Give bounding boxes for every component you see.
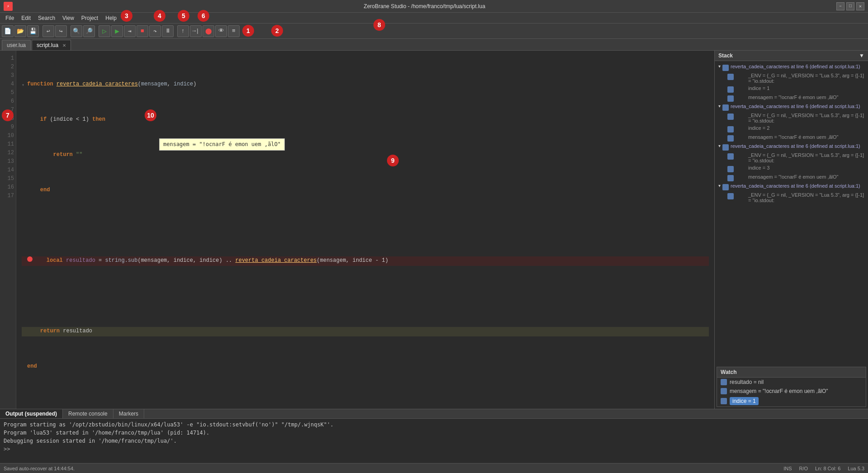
annotation-6: 6	[198, 10, 209, 22]
code-content[interactable]: ▾ function reverta_cadeia_caracteres(men…	[16, 51, 714, 409]
output-tab-remote[interactable]: Remote console	[63, 409, 113, 418]
find-button[interactable]: 🔍	[71, 25, 82, 37]
watch-panel-header: Watch	[717, 367, 866, 378]
stack-expand-4[interactable]: ▾	[718, 183, 721, 188]
status-message: Saved auto-recover at 14:44:54.	[4, 466, 75, 471]
run-debug-button[interactable]: ▶	[111, 25, 123, 37]
stack-expand-2[interactable]: ▾	[718, 104, 721, 109]
breakpoint-button[interactable]: ⬤	[203, 25, 214, 37]
redo-button[interactable]: ↪	[55, 25, 67, 37]
annotation-9-floating: 9	[387, 155, 399, 166]
stack-sub-item: mensagem = "!ocnarF é emon uem ,ãlO"	[717, 133, 866, 142]
output-tabs: Output (suspended) Remote console Marker…	[0, 409, 868, 419]
output-line-1: Program starting as '/opt/zbstudio/bin/l…	[4, 421, 864, 429]
code-line-9: end	[22, 362, 709, 372]
annotation-2: 2	[271, 25, 283, 37]
window-title: ZeroBrane Studio - /home/franco/tmp/lua/…	[13, 3, 836, 9]
stack-sub-item: _ENV = {_G = nil, _VERSION = "Lua 5.3", …	[717, 72, 866, 85]
step-over-button[interactable]: ↷	[149, 25, 161, 37]
maximize-button[interactable]: □	[846, 2, 854, 10]
status-version: Lua 5.3	[848, 466, 864, 471]
code-line-10	[22, 397, 709, 407]
stack-icon	[722, 184, 729, 190]
window-controls: – □ ✕	[836, 2, 864, 10]
stack-sub-item: _ENV = {_G = nil, _VERSION = "Lua 5.3", …	[717, 112, 866, 124]
stack-sub-item: indice = 1	[717, 85, 866, 94]
stack-item: ▾ reverta_cadeia_caracteres at line 6 (d…	[717, 103, 866, 112]
stack-sub-item: _ENV = {_G = nil, _VERSION = "Lua 5.3", …	[717, 151, 866, 164]
output-prompt[interactable]: >>	[4, 445, 864, 453]
stack-expand-1[interactable]: ▾	[718, 64, 721, 69]
watch-icon	[721, 398, 727, 404]
code-line-5	[22, 221, 709, 231]
stack-sub-item: _ENV = {_G = nil, _VERSION = "Lua 5.3", …	[717, 191, 866, 204]
annotation-8: 8	[373, 19, 385, 31]
new-button[interactable]: 📄	[2, 25, 14, 37]
fold-icon-1[interactable]: ▾	[22, 81, 27, 90]
stack-icon	[727, 74, 734, 80]
output-line-2: Program 'lua53' started in '/home/franco…	[4, 429, 864, 437]
status-mode: INS	[783, 466, 792, 471]
status-right: INS R/O Ln: 8 Col: 6 Lua 5.3	[783, 466, 864, 471]
annotation-4: 4	[154, 10, 165, 22]
stop-button[interactable]: ■	[137, 25, 148, 37]
stack-item: ▾ reverta_cadeia_caracteres at line 6 (d…	[717, 63, 866, 72]
annotation-1: 1	[242, 25, 254, 37]
pause-button[interactable]: ⏸	[162, 25, 174, 37]
menu-item-edit[interactable]: Edit	[18, 14, 34, 22]
status-position: Ln: 8 Col: 6	[815, 466, 840, 471]
save-button[interactable]: 💾	[27, 25, 39, 37]
stack-icon	[727, 86, 734, 93]
tab-script-lua[interactable]: script.lua ✕	[32, 40, 71, 50]
stack-expand-3[interactable]: ▾	[718, 143, 721, 148]
stack-icon	[722, 104, 729, 111]
output-tab-suspended[interactable]: Output (suspended)	[0, 409, 63, 418]
watch-item-indice[interactable]: indice = 1	[717, 396, 866, 407]
step-into-button[interactable]: ⇥	[124, 25, 136, 37]
main-area: 12345 678910 1112131415 1617 ▾ function …	[0, 51, 868, 409]
stack-icon	[727, 166, 734, 172]
undo-button[interactable]: ↩	[42, 25, 54, 37]
watch-item-mensagem: mensagem = "!ocnarF é emon uem ,ãlO"	[717, 387, 866, 396]
find-next-button[interactable]: 🔎	[83, 25, 95, 37]
menu-item-search[interactable]: Search	[34, 14, 59, 22]
status-readonly: R/O	[799, 466, 808, 471]
stack-button[interactable]: ≡	[228, 25, 240, 37]
output-content: Program starting as '/opt/zbstudio/bin/l…	[0, 419, 868, 463]
watch-button[interactable]: 👁	[215, 25, 227, 37]
code-line-7	[22, 292, 709, 301]
menu-item-view[interactable]: View	[59, 14, 78, 22]
stack-panel[interactable]: ▾ reverta_cadeia_caracteres at line 6 (d…	[715, 61, 868, 365]
breakpoint-line6[interactable]	[27, 256, 33, 262]
stack-icon	[727, 193, 734, 199]
annotation-3: 3	[121, 10, 132, 22]
code-line-4: end	[22, 186, 709, 195]
menu-item-project[interactable]: Project	[78, 14, 102, 22]
tabs-bar: user.lua script.lua ✕	[0, 39, 868, 51]
run-to-cursor-button[interactable]: →|	[190, 25, 202, 37]
output-input[interactable]	[10, 446, 100, 452]
close-button[interactable]: ✕	[856, 2, 864, 10]
stack-icon	[722, 65, 729, 71]
minimize-button[interactable]: –	[836, 2, 844, 10]
watch-selected-value: indice = 1	[730, 397, 759, 405]
stack-icon	[727, 126, 734, 132]
menu-item-help[interactable]: Help	[102, 14, 120, 22]
run-button[interactable]: ▷	[99, 25, 110, 37]
code-line-8: return resultado	[22, 327, 709, 336]
watch-item-resultado: resultado = nil	[717, 378, 866, 387]
code-line-2: if (indice < 1) then	[22, 115, 709, 125]
open-button[interactable]: 📂	[14, 25, 26, 37]
menu-item-file[interactable]: File	[2, 14, 18, 22]
tab-user-lua[interactable]: user.lua	[2, 40, 31, 50]
watch-icon	[721, 379, 727, 385]
stack-icon	[722, 144, 729, 151]
annotation-7: 7	[2, 109, 14, 121]
code-line-3: return ""	[22, 151, 709, 160]
code-tooltip: mensagem = "!ocnarF é emon uem ,ãlO"	[159, 138, 285, 151]
stack-icon	[727, 175, 734, 181]
output-tab-markers[interactable]: Markers	[113, 409, 144, 418]
step-out-button[interactable]: ↑	[177, 25, 189, 37]
tab-close-button[interactable]: ✕	[62, 43, 66, 48]
code-area[interactable]: 12345 678910 1112131415 1617 ▾ function …	[0, 51, 714, 409]
